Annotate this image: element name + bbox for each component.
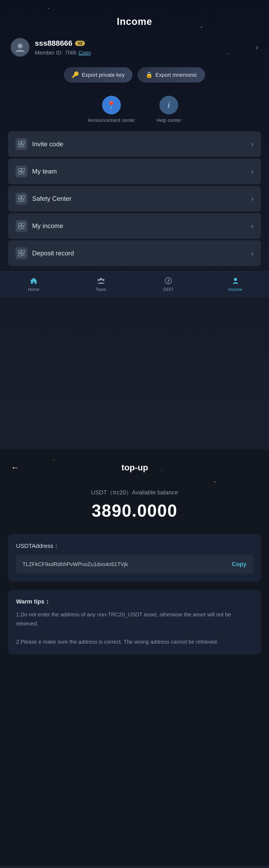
svg-point-27 [234, 278, 237, 281]
export-mnemonic-label: Export mnemonic [155, 72, 197, 78]
tips-title: Warm tips： [16, 598, 253, 606]
my-team-label: My team [32, 168, 246, 175]
my-income-chevron-icon: › [251, 222, 253, 230]
svg-rect-9 [19, 196, 21, 198]
action-buttons: 🔑 Export private key 🔒 Export mnemonic [0, 62, 269, 88]
username-row: sss888666 V2 [35, 39, 256, 48]
svg-rect-3 [19, 145, 21, 147]
svg-rect-13 [19, 223, 21, 226]
address-section: USDTAddress： TLZFkCF9xdRdhhPvWPnoZu1dxo4… [8, 534, 261, 582]
v2-badge: V2 [75, 41, 85, 46]
export-mnemonic-button[interactable]: 🔒 Export mnemonic [138, 67, 205, 82]
income-header: Income [0, 0, 269, 33]
svg-rect-10 [22, 196, 24, 198]
svg-rect-19 [19, 253, 21, 256]
address-value: TLZFkCF9xdRdhhPvWPnoZu1dxo4n51TVjk [23, 561, 227, 567]
topup-page-title: top-up [25, 463, 245, 472]
menu-item-deposit-record[interactable]: Deposit record › [8, 240, 261, 266]
svg-point-0 [18, 43, 23, 49]
key-icon: 🔑 [72, 71, 79, 79]
balance-amount: 3890.0000 [11, 501, 258, 521]
invite-code-label: Invite code [32, 141, 246, 148]
income-nav-icon [231, 276, 240, 286]
home-nav-icon [29, 276, 38, 286]
safety-center-chevron-icon: › [251, 195, 253, 203]
svg-rect-6 [22, 168, 24, 171]
nav-item-team[interactable]: Team [67, 276, 134, 292]
member-id-copy[interactable]: Copy [79, 50, 91, 56]
member-id-row: Member ID: 7f4llt Copy [35, 50, 256, 56]
defi-nav-label: DEFI [163, 287, 173, 292]
team-nav-label: Team [96, 287, 106, 292]
svg-rect-2 [22, 141, 24, 144]
page-title: Income [5, 16, 264, 27]
svg-rect-14 [22, 223, 24, 226]
balance-section: USDT（trc20）Available balance 3890.0000 [0, 480, 269, 534]
svg-rect-15 [19, 226, 21, 229]
nav-item-income[interactable]: Income [202, 276, 269, 292]
safety-center-icon [16, 193, 27, 205]
svg-point-8 [22, 172, 24, 174]
export-key-button[interactable]: 🔑 Export private key [64, 67, 132, 82]
announcement-item[interactable]: 📍 Announcement center [88, 96, 135, 123]
svg-rect-5 [19, 168, 21, 171]
tip-line-2: 2.Please e make sure the address is corr… [16, 639, 218, 645]
menu-item-my-income[interactable]: My income › [8, 213, 261, 239]
deposit-record-icon [16, 247, 27, 259]
svg-point-4 [22, 145, 24, 147]
svg-point-23 [98, 279, 100, 281]
svg-point-12 [22, 199, 24, 202]
nav-item-defi[interactable]: DEFI [134, 276, 202, 292]
member-id-value: 7f4llt [65, 50, 76, 56]
svg-point-24 [102, 279, 105, 281]
bottom-nav: Home Team DEFI [0, 271, 269, 297]
topup-header: ← top-up [0, 449, 269, 480]
menu-item-my-team[interactable]: My team › [8, 159, 261, 184]
deposit-record-chevron-icon: › [251, 249, 253, 257]
balance-label: USDT（trc20）Available balance [11, 489, 258, 497]
topup-page: ← top-up USDT（trc20）Available balance 38… [0, 449, 269, 866]
svg-rect-1 [19, 141, 21, 144]
username: sss888666 [35, 39, 72, 48]
svg-point-16 [22, 226, 24, 229]
address-box: TLZFkCF9xdRdhhPvWPnoZu1dxo4n51TVjk Copy [16, 555, 253, 574]
svg-rect-21 [30, 280, 31, 281]
member-id-label: Member ID: [35, 50, 63, 56]
tip-line-1: 1.Do not enter the address of any non-TR… [16, 612, 231, 626]
export-key-label: Export private key [82, 72, 125, 78]
home-nav-label: Home [28, 287, 39, 292]
lock-icon: 🔒 [145, 71, 153, 79]
user-info: sss888666 V2 Member ID: 7f4llt Copy [35, 39, 256, 56]
my-income-label: My income [32, 222, 246, 230]
my-income-icon [16, 220, 27, 232]
menu-item-safety-center[interactable]: Safety Center › [8, 186, 261, 212]
announcement-icon: 📍 [102, 96, 121, 115]
tips-section: Warm tips： 1.Do not enter the address of… [8, 590, 261, 654]
invite-code-chevron-icon: › [251, 140, 253, 148]
svg-point-26 [168, 280, 169, 281]
invite-code-icon [16, 138, 27, 150]
menu-item-invite-code[interactable]: Invite code › [8, 131, 261, 157]
back-button[interactable]: ← [11, 463, 19, 472]
bottom-stub: 💰 [0, 866, 269, 868]
user-profile: sss888666 V2 Member ID: 7f4llt Copy › [0, 33, 269, 62]
nav-item-home[interactable]: Home [0, 276, 67, 292]
profile-chevron-icon[interactable]: › [256, 43, 258, 52]
svg-rect-11 [19, 199, 21, 202]
my-team-chevron-icon: › [251, 167, 253, 176]
help-item[interactable]: i Help center [157, 96, 181, 123]
help-icon: i [159, 96, 178, 115]
deposit-record-label: Deposit record [32, 249, 246, 257]
help-label: Help center [157, 118, 181, 123]
announcement-label: Announcement center [88, 118, 135, 123]
svg-rect-17 [19, 250, 21, 253]
safety-center-label: Safety Center [32, 195, 246, 203]
income-page: Income sss888666 V2 Member ID: 7f4llt Co… [0, 0, 269, 449]
svg-point-20 [22, 254, 24, 256]
income-nav-label: Income [228, 287, 242, 292]
my-team-icon [16, 165, 27, 177]
svg-rect-18 [22, 250, 24, 253]
menu-list: Invite code › My team › [0, 126, 269, 271]
svg-rect-7 [19, 172, 21, 174]
address-copy-button[interactable]: Copy [232, 561, 246, 568]
